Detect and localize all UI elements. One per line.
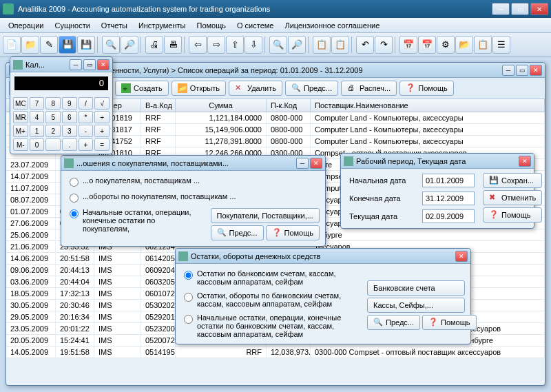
preview-button[interactable]: 🔍Предс... bbox=[211, 225, 264, 240]
option-3[interactable]: Начальные остатки, операции, конечные ос… bbox=[64, 205, 208, 243]
balances-titlebar[interactable]: Остатки, обороты денежных средств ✕ bbox=[176, 249, 470, 264]
col-vak[interactable]: В-а.Код bbox=[141, 99, 176, 112]
max-button[interactable]: ▭ bbox=[83, 59, 96, 70]
tb-list-icon[interactable]: ☰ bbox=[492, 36, 510, 54]
calc-key-M+[interactable]: M+ bbox=[13, 125, 28, 137]
max-button[interactable]: ▭ bbox=[516, 65, 528, 76]
col-supplier[interactable]: Поставщик.Наименование bbox=[311, 99, 545, 112]
tb-find-icon[interactable]: 🔍 bbox=[269, 36, 287, 54]
calc-key--[interactable]: - bbox=[79, 125, 94, 137]
menu-license[interactable]: Лицензионное соглашение bbox=[279, 19, 385, 32]
calc-titlebar[interactable]: Кал... ─ ▭ ✕ bbox=[10, 57, 112, 72]
close-button[interactable]: ✕ bbox=[519, 156, 531, 167]
bal-option-3[interactable]: Начальные остатки, операции, конечные ос… bbox=[178, 311, 364, 341]
calc-key-+[interactable]: + bbox=[79, 138, 94, 151]
tb-folder-icon[interactable]: 📁 bbox=[21, 36, 39, 54]
tb-edit-icon[interactable]: ✎ bbox=[40, 36, 58, 54]
radio-1[interactable] bbox=[184, 271, 193, 280]
help-button[interactable]: ❓Помощь bbox=[266, 225, 320, 240]
calc-key-0[interactable]: 0 bbox=[30, 138, 45, 151]
close-button[interactable]: ✕ bbox=[530, 3, 548, 15]
radio-1[interactable] bbox=[70, 178, 79, 187]
cancel-button[interactable]: ✖Отменить bbox=[483, 190, 542, 205]
calc-key-8[interactable]: 8 bbox=[45, 97, 61, 110]
help-button[interactable]: ❓Помощь bbox=[483, 207, 542, 223]
help-button[interactable]: ❓Помощь bbox=[422, 315, 477, 330]
calc-key-7[interactable]: 7 bbox=[30, 97, 45, 110]
tb-cal1-icon[interactable]: 📅 bbox=[399, 36, 417, 54]
close-button[interactable]: ✕ bbox=[97, 59, 110, 70]
maximize-button[interactable]: ▭ bbox=[511, 3, 529, 15]
open-button[interactable]: 📂Открыть bbox=[171, 81, 226, 96]
menu-entities[interactable]: Сущности bbox=[49, 19, 95, 32]
minimize-button[interactable]: ─ bbox=[492, 3, 510, 15]
tb-forward-icon[interactable]: ⇨ bbox=[207, 36, 225, 54]
tb-back-icon[interactable]: ⇦ bbox=[189, 36, 207, 54]
tb-undo-icon[interactable]: ↶ bbox=[356, 36, 374, 54]
calc-key-.[interactable]: . bbox=[62, 138, 77, 151]
calc-key-÷[interactable]: ÷ bbox=[94, 111, 110, 123]
tb-save-icon[interactable]: 💾 bbox=[59, 36, 76, 54]
current-date-input[interactable] bbox=[422, 209, 475, 223]
tb-copy-icon[interactable]: 📋 bbox=[313, 36, 331, 54]
close-button[interactable]: ✕ bbox=[455, 251, 468, 262]
close-button[interactable]: ✕ bbox=[310, 158, 322, 169]
calc-key-MR[interactable]: MR bbox=[13, 111, 28, 123]
calc-key-4[interactable]: 4 bbox=[30, 111, 45, 123]
cash-safes-button[interactable]: Кассы, Сейфы,... bbox=[367, 298, 465, 313]
tb-settings-icon[interactable]: ⚙ bbox=[437, 36, 455, 54]
table-row[interactable]: 14.05.200919:51:58IMS05141951RRF12,038,9… bbox=[6, 347, 545, 358]
min-button[interactable]: ─ bbox=[70, 59, 82, 70]
calc-key-√[interactable]: √ bbox=[94, 97, 110, 110]
tb-doc-icon[interactable]: 📄 bbox=[3, 36, 21, 54]
calc-key-M-[interactable]: M- bbox=[13, 138, 28, 151]
radio-3[interactable] bbox=[70, 209, 79, 218]
tb-print-icon[interactable]: 🖨 bbox=[145, 36, 163, 54]
menu-operations[interactable]: Операции bbox=[3, 19, 49, 32]
tb-cal2-icon[interactable]: 📅 bbox=[418, 36, 436, 54]
close-button[interactable]: ✕ bbox=[530, 65, 542, 76]
option-1[interactable]: ...о покупателям, поставщикам ... bbox=[64, 174, 322, 189]
menu-tools[interactable]: Инструменты bbox=[133, 19, 191, 32]
min-button[interactable]: ─ bbox=[502, 65, 514, 76]
tb-printpreview-icon[interactable]: 🖶 bbox=[164, 36, 182, 54]
relations-titlebar[interactable]: ...ошения с покупателями, поставщиками..… bbox=[61, 156, 325, 171]
tb-zoomin-icon[interactable]: 🔎 bbox=[121, 36, 138, 54]
print-button[interactable]: 🖨Распеч... bbox=[341, 81, 397, 96]
start-date-input[interactable] bbox=[422, 174, 475, 187]
calc-key-6[interactable]: 6 bbox=[62, 111, 77, 123]
calc-key-5[interactable]: 5 bbox=[45, 111, 61, 123]
calc-key-2[interactable]: 2 bbox=[45, 125, 61, 137]
col-sum[interactable]: Сумма bbox=[176, 99, 267, 112]
radio-2[interactable] bbox=[70, 194, 79, 203]
tb-zoomout-icon[interactable]: 🔍 bbox=[102, 36, 120, 54]
tb-find2-icon[interactable]: 🔎 bbox=[288, 36, 306, 54]
menu-about[interactable]: О системе bbox=[231, 19, 279, 32]
menu-reports[interactable]: Отчеты bbox=[96, 19, 133, 32]
menu-help[interactable]: Помощь bbox=[191, 19, 231, 32]
preview-button[interactable]: 🔍Предс... bbox=[367, 315, 420, 330]
bank-accounts-button[interactable]: Банковские счета bbox=[367, 280, 465, 296]
save-button[interactable]: 💾Сохран... bbox=[483, 173, 542, 188]
calc-key-/[interactable]: / bbox=[79, 97, 94, 110]
tb-redo-icon[interactable]: ↷ bbox=[375, 36, 393, 54]
tb-up-icon[interactable]: ⇧ bbox=[226, 36, 244, 54]
create-button[interactable]: ＋Создать bbox=[115, 81, 169, 96]
option-2[interactable]: ...обороты по покупателям, поставщикам .… bbox=[64, 189, 322, 205]
calc-key-MC[interactable]: MC bbox=[13, 97, 28, 110]
calc-key-1[interactable]: 1 bbox=[30, 125, 45, 137]
calc-key-blank[interactable] bbox=[45, 138, 61, 151]
calc-key-=[interactable]: = bbox=[94, 138, 110, 151]
tb-copy2-icon[interactable]: 📋 bbox=[331, 36, 349, 54]
tb-folder2-icon[interactable]: 📂 bbox=[455, 36, 473, 54]
calc-key-+[interactable]: + bbox=[94, 125, 110, 137]
tb-paste-icon[interactable]: 📋 bbox=[474, 36, 492, 54]
radio-3[interactable] bbox=[184, 315, 193, 324]
buyers-suppliers-button[interactable]: Покупатели, Поставщики,... bbox=[211, 208, 320, 223]
min-button[interactable]: ─ bbox=[296, 158, 309, 169]
tb-saveall-icon[interactable]: 💾 bbox=[77, 36, 95, 54]
bal-option-2[interactable]: Остатки, обороты по банковским счетам, к… bbox=[178, 289, 364, 311]
calc-key-*[interactable]: * bbox=[79, 111, 94, 123]
delete-button[interactable]: ✕Удалить bbox=[229, 81, 282, 96]
col-pk[interactable]: П-к.Код bbox=[267, 99, 311, 112]
